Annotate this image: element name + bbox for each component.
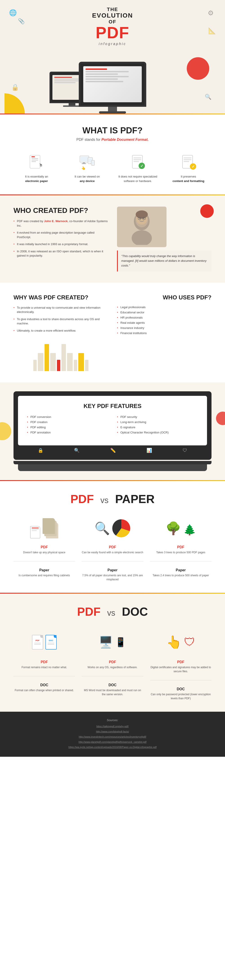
building-5 [57,360,60,371]
trees-icon: 🌳 🌲 [166,521,196,536]
svg-point-32 [132,230,152,245]
divider-2 [82,561,143,562]
title-the: THE [5,7,220,12]
laptop-screen: KEY PDF FEATURES PDF conversion PDF crea… [18,396,207,445]
feature-no-software: ✓ It does not require specialized softwa… [115,151,161,185]
shield-small-icon: 🛡 [183,448,187,453]
doc-label-3: DOC [150,687,211,691]
monitor-stand [108,107,117,111]
features-list-2: PDF security Long-term archiving E-signa… [117,415,198,434]
divider-3 [150,561,211,562]
who-uses-title: WHO USES PDF? [117,294,211,301]
monitor2-base [63,105,81,107]
bullet-4: In 2008, it was released as an ISO open … [14,249,108,258]
vs-doc-grid: PDF DOC PDF Format remains intact no mat… [14,627,211,700]
doc-label-1: DOC [14,683,75,687]
vs-paper-item-3: 🌳 🌲 PDF Takes 3 trees to produce 500 PDF… [150,515,211,581]
footer-link-item-1: https://talkingpdf.org/why-pdf/ [14,724,211,728]
pdf-doc-label-3: PDF [150,660,211,664]
why-bullet-1: To provide a universal way to communicat… [14,305,108,314]
footer-link-3[interactable]: http://www.investintech.com/resources/ar… [79,735,146,738]
pdf-label-2: PDF [82,545,143,549]
searchable-icon: 🔍 [95,519,130,537]
pdf-doc-label-1: PDF [14,660,75,664]
laptop-hinge [14,461,211,464]
svg-rect-20 [133,159,141,160]
footer-link-item-4: http://www.planetpdf.com/planetpdf/pdfs/… [14,740,211,744]
footer-link-5[interactable]: https://wa.sycle.net/wp-content/uploads/… [68,746,157,748]
laptop-frame: KEY PDF FEATURES PDF conversion PDF crea… [14,391,211,460]
tree-large-icon: 🌳 [166,521,181,536]
screen-line-5 [86,81,123,82]
building-7 [67,353,73,371]
stacked-papers-icon [43,518,58,538]
who-uses-item-4: Real estate agents [117,321,211,325]
svg-rect-3 [32,160,38,161]
feature-item-8: Optical Character Recognition (OCR) [117,431,198,434]
pdf-doc-desc-3: Digital certificates and signatures may … [150,665,211,673]
header-title: THE EVOLUTION OF PDF infographic [5,7,220,46]
doc-divider-1 [14,676,75,676]
red-circle-right [216,412,225,425]
vs-paper-grid: PDF Doesn't take up any physical space P… [14,515,211,581]
footer-link-item-3: http://www.investintech.com/resources/ar… [14,735,211,738]
file-line1 [34,643,41,643]
monitor-frame [79,62,146,107]
preserves-content-icon: ✓ [179,153,198,171]
lock-small-icon: 🔒 [38,448,43,453]
who-uses-item-5: Insurance industry [117,326,211,329]
laptop-keyboard [18,464,207,471]
building-8 [74,360,77,371]
gear-icon: ⚙ [208,9,214,17]
svg-text:🖱: 🖱 [39,163,43,167]
any-device-svg: 👆 [79,154,95,170]
security-icons: 👆 🛡 [166,635,195,649]
pdf-label-3: PDF [150,545,211,549]
feature-item-1: PDF conversion [27,415,108,418]
feature-text-1: It is essentially anelectronic paper [16,174,57,183]
laptop-icons-row: 🔒 🔍 ✏️ 📊 🛡 [18,445,207,455]
pdf-sheet-line3 [32,530,36,531]
monitor2-stand [69,103,75,105]
who-uses-item-6: Financial institutions [117,331,211,335]
file-line2 [34,644,41,645]
doc-desc-1: Format can often change when printed or … [14,688,75,692]
monitor-screen [83,66,142,102]
why-who-section: WHY WAS PDF CREATED? To provide a univer… [0,283,225,383]
vs-label-doc: vs [107,608,115,617]
svg-rect-8 [81,157,88,162]
who-uses-list: Legal professionals Educational sector H… [117,305,211,335]
what-is-pdf-title: WHAT IS PDF? [14,126,211,135]
chart-small-icon: 📊 [146,448,152,453]
footer-link-2[interactable]: http://www.com/blog/pdf-facts/ [96,730,129,733]
vs-paper-item-1: PDF Doesn't take up any physical space P… [14,515,75,581]
feature-bold-1: electronic paper [25,179,48,183]
monitor-cross-icon: 🖥️ [99,636,113,649]
doc-desc-3: Can only be password protected (lower en… [150,692,211,700]
footer-link-1[interactable]: https://talkingpdf.org/why-pdf/ [96,725,129,728]
feature-item-7: E-signature [117,426,198,429]
city-illustration [14,337,108,371]
feature-preserves-content: ✓ It preservescontent and formatting [165,151,211,185]
vs-label-paper: vs [100,496,108,505]
svg-rect-25 [184,158,192,158]
who-uses-section: WHO USES PDF? Legal professionals Educat… [117,294,211,371]
why-bullets: To provide a universal way to communicat… [14,305,108,333]
monitor-base [99,111,126,113]
footer-link-4[interactable]: http://www.planetpdf.com/planetpdf/pdfs/… [79,741,146,743]
doc-file-icon: DOC [46,635,57,649]
paper-label-3: Paper [150,568,211,572]
vs-doc-item-2: 🖥️ 📱 PDF Works on any OS, regardless of … [82,627,143,700]
stack-paper-3 [43,518,55,534]
feature-item-3: PDF editing [27,426,108,429]
any-device-icon: 👆 [78,153,96,171]
format-icons: PDF DOC [32,635,57,649]
paper-label: PAPER [115,493,155,506]
key-features-title: KEY PDF FEATURES [27,402,198,410]
svg-rect-5 [32,156,35,157]
svg-rect-4 [32,161,36,162]
pdf-label-icon: PDF [36,640,40,642]
why-bullet-2: To give industries a tool to share docum… [14,317,108,326]
paper-desc-1: Is cumbersome and requires filing cabine… [14,573,75,578]
building-4 [50,353,56,371]
